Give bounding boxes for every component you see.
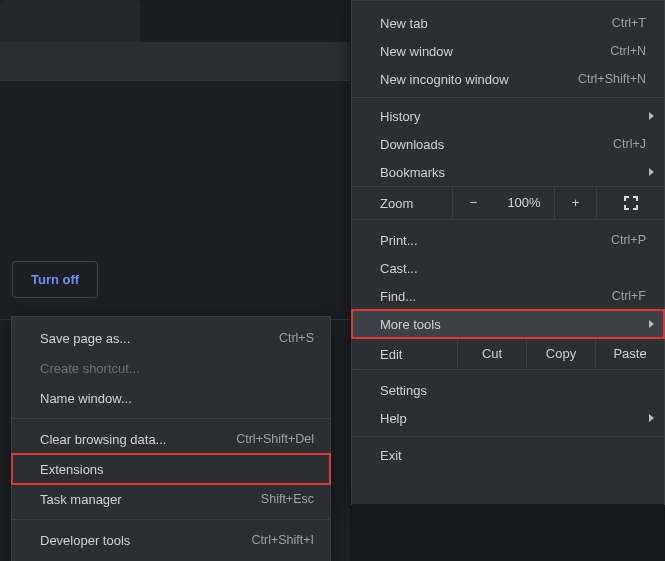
menu-item-settings[interactable]: Settings <box>352 376 664 404</box>
menu-label: Bookmarks <box>380 165 646 180</box>
paste-button[interactable]: Paste <box>595 338 664 370</box>
shortcut-text: Ctrl+Shift+Del <box>236 432 314 446</box>
zoom-in-button[interactable]: + <box>554 186 596 220</box>
menu-item-print[interactable]: Print... Ctrl+P <box>352 226 664 254</box>
menu-label: Downloads <box>380 137 613 152</box>
menu-label: Save page as... <box>40 331 279 346</box>
menu-label: Clear browsing data... <box>40 432 236 447</box>
submenu-item-name-window[interactable]: Name window... <box>12 383 330 413</box>
browser-tab[interactable] <box>0 0 140 42</box>
shortcut-text: Ctrl+J <box>613 137 646 151</box>
menu-item-more-tools[interactable]: More tools <box>352 310 664 338</box>
menu-label: New incognito window <box>380 72 578 87</box>
submenu-item-clear-browsing-data[interactable]: Clear browsing data... Ctrl+Shift+Del <box>12 424 330 454</box>
shortcut-text: Ctrl+T <box>612 16 646 30</box>
menu-label: Name window... <box>40 391 314 406</box>
browser-toolbar <box>0 42 350 80</box>
menu-label: History <box>380 109 646 124</box>
fullscreen-icon <box>624 196 638 210</box>
menu-label: Task manager <box>40 492 261 507</box>
shortcut-text: Ctrl+F <box>612 289 646 303</box>
menu-item-zoom: Zoom − 100% + <box>352 186 664 220</box>
shortcut-text: Shift+Esc <box>261 492 314 506</box>
menu-item-help[interactable]: Help <box>352 404 664 432</box>
shortcut-text: Ctrl+Shift+I <box>251 533 314 547</box>
submenu-item-save-page[interactable]: Save page as... Ctrl+S <box>12 323 330 353</box>
separator <box>352 97 664 98</box>
chevron-right-icon <box>649 168 654 176</box>
menu-item-bookmarks[interactable]: Bookmarks <box>352 158 664 186</box>
menu-item-new-window[interactable]: New window Ctrl+N <box>352 37 664 65</box>
menu-item-new-incognito[interactable]: New incognito window Ctrl+Shift+N <box>352 65 664 93</box>
menu-item-new-tab[interactable]: New tab Ctrl+T <box>352 9 664 37</box>
chevron-right-icon <box>649 112 654 120</box>
more-tools-submenu: Save page as... Ctrl+S Create shortcut..… <box>11 316 331 561</box>
menu-item-find[interactable]: Find... Ctrl+F <box>352 282 664 310</box>
menu-label: Create shortcut... <box>40 361 314 376</box>
menu-item-downloads[interactable]: Downloads Ctrl+J <box>352 130 664 158</box>
menu-label: More tools <box>380 317 646 332</box>
zoom-out-button[interactable]: − <box>452 186 494 220</box>
fullscreen-button[interactable] <box>596 186 664 220</box>
turn-off-button[interactable]: Turn off <box>12 261 98 298</box>
submenu-item-create-shortcut: Create shortcut... <box>12 353 330 383</box>
chrome-main-menu: New tab Ctrl+T New window Ctrl+N New inc… <box>351 0 665 505</box>
menu-label: Print... <box>380 233 611 248</box>
submenu-item-task-manager[interactable]: Task manager Shift+Esc <box>12 484 330 514</box>
submenu-item-extensions[interactable]: Extensions <box>12 454 330 484</box>
zoom-percent: 100% <box>494 186 554 220</box>
copy-button[interactable]: Copy <box>526 338 595 370</box>
menu-label: New tab <box>380 16 612 31</box>
separator <box>12 418 330 419</box>
menu-item-edit: Edit Cut Copy Paste <box>352 338 664 370</box>
zoom-label: Zoom <box>352 196 452 211</box>
shortcut-text: Ctrl+S <box>279 331 314 345</box>
separator <box>352 436 664 437</box>
menu-label: Extensions <box>40 462 314 477</box>
menu-item-history[interactable]: History <box>352 102 664 130</box>
cut-button[interactable]: Cut <box>457 338 526 370</box>
shortcut-text: Ctrl+Shift+N <box>578 72 646 86</box>
separator <box>12 519 330 520</box>
edit-label: Edit <box>352 347 457 362</box>
menu-label: Help <box>380 411 646 426</box>
shortcut-text: Ctrl+P <box>611 233 646 247</box>
menu-item-cast[interactable]: Cast... <box>352 254 664 282</box>
menu-label: Cast... <box>380 261 646 276</box>
menu-label: New window <box>380 44 610 59</box>
menu-label: Exit <box>380 448 646 463</box>
menu-label: Developer tools <box>40 533 251 548</box>
chevron-right-icon <box>649 414 654 422</box>
menu-item-exit[interactable]: Exit <box>352 441 664 469</box>
chevron-right-icon <box>649 320 654 328</box>
submenu-item-developer-tools[interactable]: Developer tools Ctrl+Shift+I <box>12 525 330 555</box>
shortcut-text: Ctrl+N <box>610 44 646 58</box>
menu-label: Settings <box>380 383 646 398</box>
menu-label: Find... <box>380 289 612 304</box>
